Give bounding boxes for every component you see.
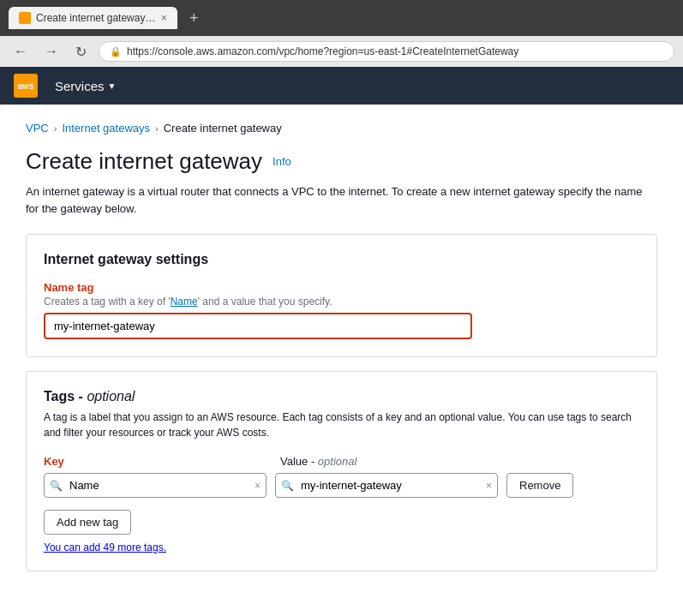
value-column-label: Value - optional <box>280 455 356 468</box>
value-optional-label: optional <box>318 455 357 468</box>
add-tag-button[interactable]: Add new tag <box>44 510 131 535</box>
tags-header-row: Key Value - optional <box>44 454 639 468</box>
key-input-wrap: 🔍 × <box>44 473 267 498</box>
page-title-row: Create internet gateway Info <box>26 148 657 175</box>
forward-button[interactable]: → <box>39 42 63 61</box>
lock-icon: 🔒 <box>110 46 122 57</box>
value-input[interactable] <box>297 474 486 497</box>
breadcrumb-vpc[interactable]: VPC <box>26 122 49 135</box>
tags-section-title: Tags - optional <box>44 389 639 404</box>
tags-count-link[interactable]: You can add 49 more tags. <box>44 541 166 553</box>
back-button[interactable]: ← <box>9 42 33 61</box>
tags-section: Tags - optional A tag is a label that yo… <box>26 371 657 571</box>
browser-chrome: Create internet gateway | VPC M × + <box>0 0 683 36</box>
breadcrumb-sep-1: › <box>54 123 57 134</box>
name-tag-hint: Creates a tag with a key of 'Name' and a… <box>44 296 639 308</box>
services-label: Services <box>55 79 105 93</box>
tab-favicon <box>19 12 31 24</box>
tab-title: Create internet gateway | VPC M <box>36 12 156 24</box>
name-hint-key-link[interactable]: Name <box>171 296 198 308</box>
name-tag-field: Name tag Creates a tag with a key of 'Na… <box>44 281 639 339</box>
breadcrumb-internet-gateways[interactable]: Internet gateways <box>62 122 150 135</box>
tags-title-optional: optional <box>87 389 135 404</box>
tag-row: 🔍 × 🔍 × Remove <box>44 473 639 498</box>
services-button[interactable]: Services ▼ <box>55 79 116 93</box>
name-tag-input[interactable] <box>44 313 472 339</box>
refresh-button[interactable]: ↻ <box>70 42 92 62</box>
url-text: https://console.aws.amazon.com/vpc/home?… <box>127 45 518 57</box>
name-tag-label: Name tag <box>44 281 639 294</box>
remove-tag-button[interactable]: Remove <box>506 473 573 498</box>
aws-logo-box: aws <box>14 74 38 98</box>
key-clear-icon[interactable]: × <box>255 480 261 492</box>
key-search-icon: 🔍 <box>50 480 63 492</box>
key-column-label: Key <box>44 455 64 468</box>
breadcrumb-current: Create internet gateway <box>164 122 282 135</box>
tags-title-prefix: Tags - <box>44 389 87 404</box>
page-title: Create internet gateway <box>26 148 262 175</box>
gateway-settings-section: Internet gateway settings Name tag Creat… <box>26 234 657 357</box>
browser-nav-bar: ← → ↻ 🔒 https://console.aws.amazon.com/v… <box>0 36 683 67</box>
services-caret-icon: ▼ <box>108 81 117 91</box>
aws-logo: aws <box>14 74 38 98</box>
main-content: VPC › Internet gateways › Create interne… <box>0 105 683 616</box>
value-search-icon: 🔍 <box>281 480 294 492</box>
name-hint-before: Creates a tag with a key of ' <box>44 296 171 308</box>
browser-tab[interactable]: Create internet gateway | VPC M × <box>9 7 177 29</box>
tab-close-button[interactable]: × <box>161 12 167 24</box>
breadcrumb: VPC › Internet gateways › Create interne… <box>26 122 657 135</box>
value-input-wrap: 🔍 × <box>275 473 498 498</box>
url-bar[interactable]: 🔒 https://console.aws.amazon.com/vpc/hom… <box>99 41 674 62</box>
aws-header: aws Services ▼ <box>0 67 683 105</box>
new-tab-button[interactable]: + <box>184 8 204 29</box>
tags-count-hint: You can add 49 more tags. <box>44 541 639 553</box>
info-link[interactable]: Info <box>273 155 291 168</box>
name-hint-after: ' and a value that you specify. <box>198 296 333 308</box>
value-clear-icon[interactable]: × <box>486 480 492 492</box>
key-input[interactable] <box>66 474 255 497</box>
breadcrumb-sep-2: › <box>155 123 159 134</box>
tags-description: A tag is a label that you assign to an A… <box>44 410 639 440</box>
page-description: An internet gateway is a virtual router … <box>26 183 657 217</box>
gateway-settings-title: Internet gateway settings <box>44 252 639 267</box>
